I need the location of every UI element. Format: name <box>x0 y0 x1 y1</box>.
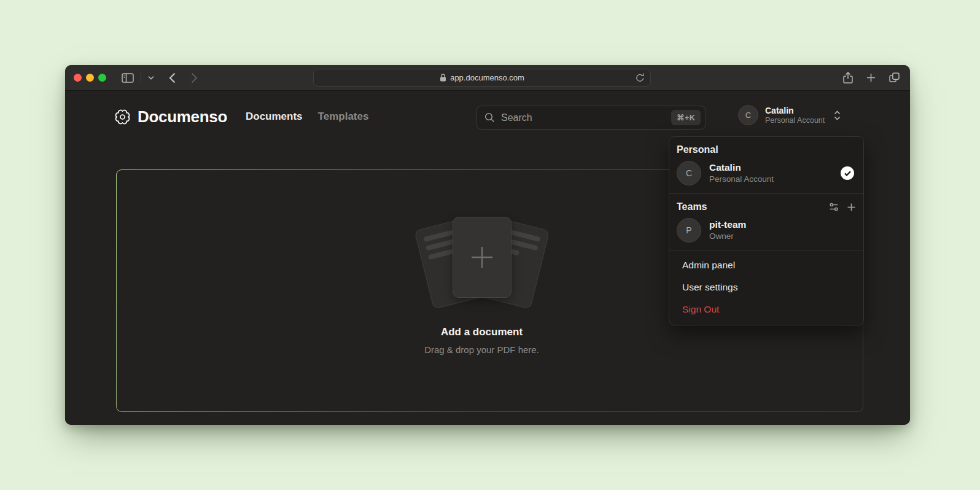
personal-account-type: Personal Account <box>709 174 774 184</box>
toolbar-divider <box>141 73 141 83</box>
personal-account-text: Catalin Personal Account <box>709 162 774 184</box>
fullscreen-window-button[interactable] <box>98 74 106 82</box>
documents-illustration <box>413 217 551 310</box>
account-name: Catalin <box>765 106 825 115</box>
minimize-window-button[interactable] <box>86 74 94 82</box>
new-tab-icon[interactable] <box>866 73 876 82</box>
menu-item-user-settings[interactable]: User settings <box>669 276 863 298</box>
brand-name: Documenso <box>138 107 227 126</box>
personal-section-label: Personal <box>677 141 856 158</box>
url-bar[interactable]: app.documenso.com <box>313 69 651 87</box>
create-team-plus-icon[interactable] <box>847 203 856 212</box>
chevron-down-icon[interactable] <box>148 76 154 80</box>
account-type: Personal Account <box>765 116 825 125</box>
avatar: C <box>677 161 701 185</box>
brand[interactable]: Documenso <box>114 107 227 126</box>
team-text: pit-team Owner <box>709 219 746 241</box>
share-icon[interactable] <box>843 72 853 84</box>
documenso-logo-icon <box>114 109 131 125</box>
dropzone-title: Add a document <box>441 326 523 338</box>
forward-icon[interactable] <box>191 72 198 84</box>
menu-item-admin-panel[interactable]: Admin panel <box>669 254 863 276</box>
team-avatar: P <box>677 218 701 243</box>
avatar: C <box>738 105 758 125</box>
tabs-overview-icon[interactable] <box>889 72 900 83</box>
teams-header-icons <box>829 202 856 212</box>
add-document-plus-icon <box>467 243 497 272</box>
search-icon <box>484 112 495 123</box>
team-name: pit-team <box>709 219 746 230</box>
teams-section-label: Teams <box>677 201 707 212</box>
account-button-text: Catalin Personal Account <box>765 106 825 125</box>
main-nav: Documents Templates <box>246 111 368 123</box>
close-window-button[interactable] <box>74 74 82 82</box>
browser-toolbar: app.documenso.com <box>65 65 910 91</box>
manage-teams-sliders-icon[interactable] <box>829 202 839 212</box>
teams-header: Teams <box>677 198 856 215</box>
search-shortcut-badge: ⌘+K <box>671 110 701 125</box>
window-controls <box>74 65 106 90</box>
browser-window: app.documenso.com <box>65 65 910 425</box>
menu-item-sign-out[interactable]: Sign Out <box>669 298 863 321</box>
personal-account-row[interactable]: C Catalin Personal Account <box>677 158 856 189</box>
team-role: Owner <box>709 231 746 241</box>
search-placeholder: Search <box>501 112 532 123</box>
url-text: app.documenso.com <box>450 73 524 82</box>
back-icon[interactable] <box>169 72 176 84</box>
personal-section: Personal C Catalin Personal Account <box>669 137 863 193</box>
nav-documents[interactable]: Documents <box>246 111 303 123</box>
sidebar-toggle-icon[interactable] <box>122 73 134 83</box>
page-content: Documenso Documents Templates Search ⌘+K… <box>65 91 910 425</box>
nav-templates[interactable]: Templates <box>318 111 369 123</box>
personal-account-name: Catalin <box>709 162 774 173</box>
account-dropdown-menu: Personal C Catalin Personal Account <box>669 136 864 325</box>
toolbar-right-icons <box>843 65 900 90</box>
check-icon <box>841 166 854 180</box>
search-input[interactable]: Search ⌘+K <box>476 106 706 130</box>
document-card-center <box>453 217 511 298</box>
toolbar-left-icons <box>122 65 198 90</box>
chevrons-up-down-icon <box>833 111 841 120</box>
lock-icon <box>440 74 446 82</box>
account-menu-button[interactable]: C Catalin Personal Account <box>738 105 841 125</box>
team-row[interactable]: P pit-team Owner <box>677 215 856 246</box>
reload-icon[interactable] <box>636 72 645 83</box>
dropzone-subtitle: Drag & drop your PDF here. <box>424 344 539 355</box>
teams-section: Teams <box>669 194 863 251</box>
menu-items: Admin panel User settings Sign Out <box>669 251 863 325</box>
